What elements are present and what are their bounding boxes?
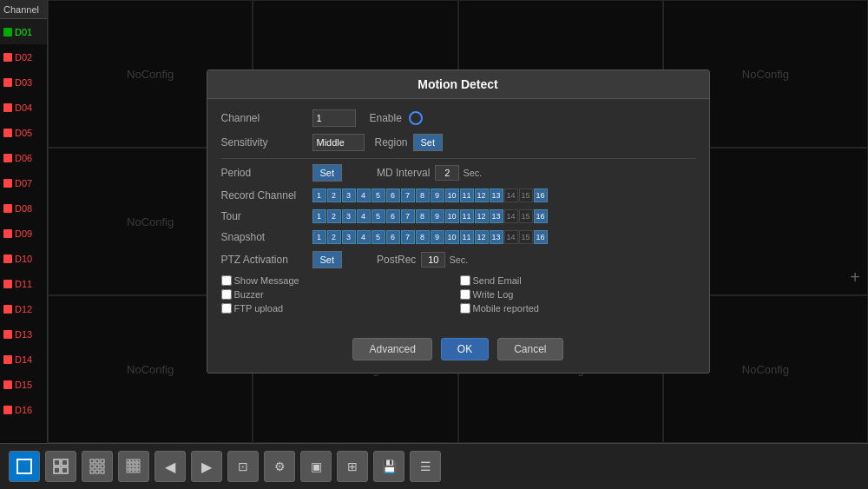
sidebar-item-d06[interactable]: D06 <box>0 145 47 170</box>
snap-ch-15[interactable]: 15 <box>519 230 533 244</box>
ch-4[interactable]: 4 <box>357 188 371 202</box>
ch-8[interactable]: 8 <box>416 188 430 202</box>
tour-ch-9[interactable]: 9 <box>431 209 444 223</box>
snap-ch-8[interactable]: 8 <box>416 230 430 244</box>
ok-button[interactable]: OK <box>441 338 489 360</box>
ch-3[interactable]: 3 <box>342 188 356 202</box>
tour-ch-7[interactable]: 7 <box>401 209 415 223</box>
sidebar-item-d02[interactable]: D02 <box>0 44 47 69</box>
tour-ch-6[interactable]: 6 <box>386 209 400 223</box>
ch-5[interactable]: 5 <box>372 188 385 202</box>
tour-ch-15[interactable]: 15 <box>519 209 533 223</box>
ch-7[interactable]: 7 <box>401 188 415 202</box>
toolbar-btn-grid16[interactable] <box>118 451 149 482</box>
toolbar-btn-settings[interactable]: ⚙ <box>264 451 295 482</box>
snap-ch-11[interactable]: 11 <box>460 230 474 244</box>
toolbar-btn-grid9[interactable] <box>82 451 113 482</box>
send-email-checkbox[interactable] <box>460 275 470 286</box>
sidebar-item-d16[interactable]: D16 <box>0 397 47 422</box>
sidebar-item-d01[interactable]: D01 <box>0 19 47 44</box>
toolbar-btn-display[interactable]: ▣ <box>300 451 332 482</box>
ch-16[interactable]: 16 <box>534 188 548 202</box>
ch-9[interactable]: 9 <box>431 188 444 202</box>
sidebar-item-d15[interactable]: D15 <box>0 372 47 397</box>
snap-ch-7[interactable]: 7 <box>401 230 415 244</box>
tour-ch-14[interactable]: 14 <box>504 209 518 223</box>
tour-ch-3[interactable]: 3 <box>342 209 356 223</box>
mobile-reported-checkbox[interactable] <box>460 303 470 314</box>
channel-status-icon <box>3 103 12 112</box>
toolbar-btn-layout[interactable]: ⊞ <box>337 451 368 482</box>
snap-ch-14[interactable]: 14 <box>504 230 518 244</box>
buzzer-checkbox[interactable] <box>221 289 232 300</box>
dialog-footer: Advanced OK Cancel <box>207 327 709 373</box>
ch-1[interactable]: 1 <box>312 188 326 202</box>
sidebar-item-d09[interactable]: D09 <box>0 221 47 246</box>
sensitivity-select[interactable]: Middle Low High <box>312 134 365 151</box>
ch-10[interactable]: 10 <box>445 188 459 202</box>
toolbar-btn-stop[interactable]: ⊡ <box>227 451 259 482</box>
advanced-button[interactable]: Advanced <box>352 338 431 360</box>
channel-select[interactable]: 1 <box>312 109 356 127</box>
toolbar-btn-grid1[interactable] <box>9 451 40 482</box>
sidebar-item-d12[interactable]: D12 <box>0 296 47 321</box>
tour-ch-11[interactable]: 11 <box>460 209 474 223</box>
write-log-item: Write Log <box>460 289 573 300</box>
ch-13[interactable]: 13 <box>490 188 503 202</box>
snap-ch-4[interactable]: 4 <box>357 230 371 244</box>
svg-rect-17 <box>137 459 140 462</box>
write-log-checkbox[interactable] <box>460 289 470 300</box>
sidebar-item-d10[interactable]: D10 <box>0 246 47 271</box>
ch-6[interactable]: 6 <box>386 188 400 202</box>
ch-15[interactable]: 15 <box>519 188 533 202</box>
tour-ch-4[interactable]: 4 <box>357 209 371 223</box>
snap-ch-12[interactable]: 12 <box>475 230 489 244</box>
sidebar-item-d03[interactable]: D03 <box>0 69 47 95</box>
sidebar-item-d07[interactable]: D07 <box>0 170 47 195</box>
toolbar-btn-menu[interactable]: ☰ <box>410 451 441 482</box>
tour-ch-5[interactable]: 5 <box>372 209 385 223</box>
sidebar-item-d13[interactable]: D13 <box>0 321 47 347</box>
tour-row: Tour 1 2 3 4 5 6 7 8 9 10 11 12 13 14 15 <box>221 209 695 223</box>
postrec-input[interactable] <box>421 252 445 268</box>
md-interval-input[interactable] <box>435 165 459 181</box>
ptz-set-button[interactable]: Set <box>312 251 343 268</box>
enable-checkbox[interactable] <box>409 111 423 125</box>
snap-ch-3[interactable]: 3 <box>342 230 356 244</box>
show-message-checkbox[interactable] <box>221 275 232 286</box>
sidebar-item-d14[interactable]: D14 <box>0 347 47 372</box>
send-email-label: Send Email <box>473 275 522 286</box>
sidebar-item-d08[interactable]: D08 <box>0 195 47 221</box>
sidebar-item-d11[interactable]: D11 <box>0 271 47 296</box>
tour-ch-10[interactable]: 10 <box>445 209 459 223</box>
tour-ch-13[interactable]: 13 <box>490 209 503 223</box>
toolbar-btn-storage[interactable]: 💾 <box>373 451 404 482</box>
tour-ch-8[interactable]: 8 <box>416 209 430 223</box>
sidebar-item-d05[interactable]: D05 <box>0 120 47 145</box>
tour-ch-2[interactable]: 2 <box>327 209 341 223</box>
snap-ch-16[interactable]: 16 <box>534 230 548 244</box>
toolbar-btn-grid4[interactable] <box>45 451 76 482</box>
sidebar-item-d04[interactable]: D04 <box>0 95 47 120</box>
cancel-button[interactable]: Cancel <box>497 338 562 360</box>
ftp-upload-checkbox[interactable] <box>221 303 232 314</box>
tour-ch-16[interactable]: 16 <box>534 209 548 223</box>
tour-ch-1[interactable]: 1 <box>312 209 326 223</box>
snap-ch-10[interactable]: 10 <box>445 230 459 244</box>
snap-ch-1[interactable]: 1 <box>312 230 326 244</box>
ch-12[interactable]: 12 <box>475 188 489 202</box>
snap-ch-6[interactable]: 6 <box>386 230 400 244</box>
snap-ch-9[interactable]: 9 <box>431 230 444 244</box>
period-set-button[interactable]: Set <box>312 164 343 182</box>
region-set-button[interactable]: Set <box>413 134 444 151</box>
ch-11[interactable]: 11 <box>460 188 474 202</box>
toolbar-btn-next[interactable]: ▶ <box>191 451 222 482</box>
channel-status-icon <box>3 330 12 339</box>
ch-14[interactable]: 14 <box>504 188 518 202</box>
snap-ch-2[interactable]: 2 <box>327 230 341 244</box>
snap-ch-13[interactable]: 13 <box>490 230 503 244</box>
toolbar-btn-prev[interactable]: ◀ <box>155 451 186 482</box>
snap-ch-5[interactable]: 5 <box>372 230 385 244</box>
tour-ch-12[interactable]: 12 <box>475 209 489 223</box>
ch-2[interactable]: 2 <box>327 188 341 202</box>
